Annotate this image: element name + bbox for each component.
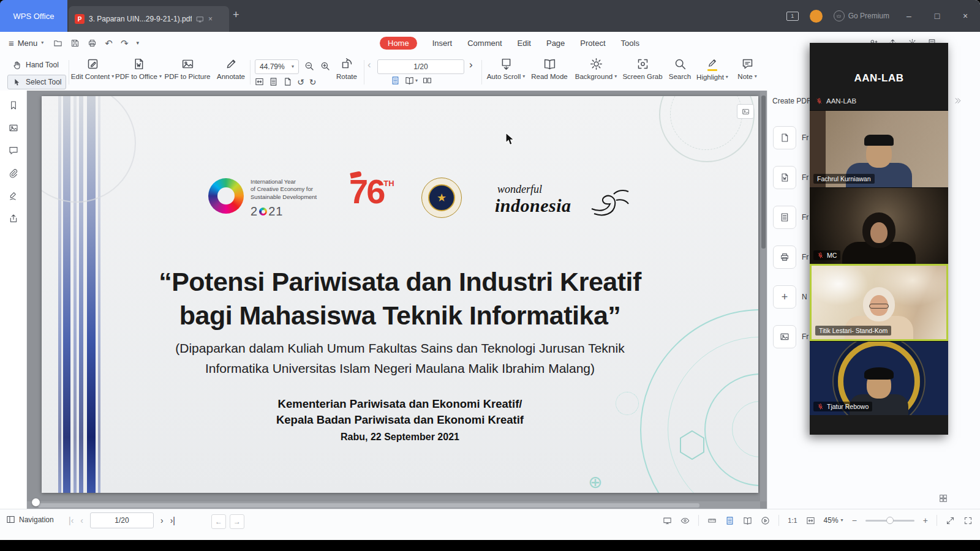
rotate-left-icon[interactable]: ↺	[297, 78, 304, 86]
list-item-label: Fr	[802, 253, 809, 261]
maximize-button[interactable]: □	[929, 12, 946, 20]
tab-insert[interactable]: Insert	[432, 39, 453, 48]
tab-page[interactable]: Page	[546, 39, 565, 48]
expand-icon[interactable]	[946, 516, 955, 525]
two-page-view-icon[interactable]	[743, 516, 752, 525]
export-panel-icon[interactable]	[9, 214, 18, 223]
redo-icon[interactable]: ↷	[121, 39, 129, 48]
iycesd-logo: International Year of Creative Economy f…	[208, 178, 317, 219]
tab-protect[interactable]: Protect	[580, 39, 605, 48]
attachments-panel-icon[interactable]	[9, 168, 18, 178]
rotate-button[interactable]: Rotate	[331, 58, 363, 80]
zoom-level-select[interactable]: 45% ▾	[824, 516, 843, 525]
zoom-out-button[interactable]: −	[852, 516, 857, 525]
single-page-view-icon[interactable]	[391, 76, 400, 85]
slideshow-play-icon[interactable]	[761, 516, 770, 525]
next-page-button[interactable]: ›	[160, 516, 164, 525]
navigation-button[interactable]: Navigation	[6, 515, 54, 524]
page-number-input[interactable]: 1/20	[90, 512, 154, 528]
participant-video[interactable]: MC	[810, 187, 948, 264]
go-premium-button[interactable]: Go Premium	[834, 10, 889, 21]
tab-home[interactable]: Home	[380, 37, 417, 50]
tab-comment[interactable]: Comment	[467, 39, 502, 48]
actual-size-icon[interactable]	[255, 77, 264, 86]
fit-page-icon[interactable]	[269, 77, 278, 86]
annotate-button[interactable]: Annotate	[213, 58, 249, 80]
auto-scroll-button[interactable]: Auto Scroll▾	[485, 58, 527, 80]
measure-ruler-icon[interactable]	[707, 516, 717, 525]
bookmarks-panel-icon[interactable]	[9, 100, 18, 110]
zoom-in-icon[interactable]	[320, 61, 331, 72]
close-tab-icon[interactable]: ×	[208, 15, 213, 23]
two-page-view-button[interactable]: ▾	[405, 76, 418, 85]
zoom-slider[interactable]	[865, 520, 914, 522]
highlight-button[interactable]: Highlight▾	[693, 58, 731, 81]
hand-tool-button[interactable]: Hand Tool	[7, 58, 66, 72]
print-icon[interactable]	[88, 39, 97, 48]
customize-toolbar-icon[interactable]: ▾	[136, 40, 139, 46]
first-page-button[interactable]: |‹	[69, 516, 74, 525]
reading-layout-icon[interactable]	[663, 516, 672, 525]
continuous-view-icon[interactable]	[423, 76, 432, 85]
wps-home-tab[interactable]: WPS Office	[0, 0, 67, 32]
fit-width-icon[interactable]	[806, 516, 815, 525]
comments-panel-icon[interactable]	[9, 146, 18, 156]
screen-grab-button[interactable]: Screen Grab	[620, 58, 665, 80]
fullscreen-icon[interactable]	[963, 516, 973, 525]
close-window-button[interactable]: ×	[957, 12, 974, 20]
menu-button[interactable]: ≡ Menu ▾	[9, 39, 43, 48]
minimize-button[interactable]: –	[900, 12, 918, 20]
rotate-right-icon[interactable]: ↻	[309, 78, 317, 86]
scrollbar-thumb[interactable]	[38, 503, 699, 508]
vertical-scrollbar[interactable]	[760, 91, 767, 501]
signature-panel-icon[interactable]	[9, 191, 18, 201]
zoom-meeting-panel[interactable]: AAN-LAB AAN-LAB Fachrul Kurniawan MC Tit…	[810, 43, 948, 435]
participant-video[interactable]: Fachrul Kurniawan	[810, 110, 948, 187]
background-button[interactable]: Background▾	[573, 58, 619, 80]
tab-tools[interactable]: Tools	[621, 39, 639, 48]
previous-page-button[interactable]: ‹	[80, 516, 83, 525]
pdf-to-office-button[interactable]: PDF to Office▾	[115, 58, 162, 80]
pdf-viewport[interactable]: ⊕ International Year of Creative Economy…	[27, 91, 767, 509]
document-tab[interactable]: P 3. Paparan UIN...29-9-21-1).pdf ×	[69, 6, 229, 32]
participant-video[interactable]: Tjatur Rebowo	[810, 341, 948, 415]
last-page-button[interactable]: ›|	[170, 516, 175, 525]
actual-size-button[interactable]: 1:1	[788, 517, 797, 524]
zoom-out-icon[interactable]	[304, 61, 315, 72]
new-tab-button[interactable]: +	[233, 9, 239, 20]
forward-view-button[interactable]: →	[230, 514, 244, 529]
search-icon	[674, 58, 687, 70]
preview-eye-icon[interactable]	[680, 516, 690, 525]
open-file-icon[interactable]	[53, 39, 62, 48]
note-button[interactable]: Note▾	[733, 58, 762, 80]
account-avatar[interactable]	[810, 10, 823, 23]
note-icon	[741, 58, 754, 70]
save-icon[interactable]	[70, 39, 80, 48]
previous-page-icon[interactable]: ‹	[368, 59, 371, 70]
read-mode-button[interactable]: Read Mode	[528, 58, 571, 80]
select-tool-button[interactable]: Select Tool	[7, 75, 66, 89]
page-indicator-input[interactable]: 1/20	[377, 59, 464, 74]
page-image-tool-button[interactable]	[737, 104, 754, 119]
next-page-icon[interactable]: ›	[469, 59, 473, 70]
participant-video-active-speaker[interactable]: Titik Lestari- Stand-Kom	[810, 264, 948, 341]
grid-view-icon[interactable]	[938, 493, 948, 503]
list-item-label: N	[802, 293, 807, 301]
zoom-level-select[interactable]: 44.79% ▾	[255, 59, 299, 74]
plus-icon: +	[782, 291, 788, 302]
kemenparekraf-emblem: ★	[421, 178, 462, 218]
boards-icon[interactable]: 1	[786, 12, 799, 21]
fit-width-icon[interactable]	[283, 77, 292, 86]
scrollbar-thumb[interactable]	[761, 96, 766, 249]
thumbnails-panel-icon[interactable]	[9, 123, 18, 133]
pdf-to-picture-button[interactable]: PDF to Picture	[163, 58, 212, 80]
zoom-in-button[interactable]: +	[923, 516, 928, 525]
undo-icon[interactable]: ↶	[105, 39, 113, 48]
edit-content-button[interactable]: Edit Content▾	[72, 58, 113, 80]
tab-edit[interactable]: Edit	[518, 39, 531, 48]
search-button[interactable]: Search	[665, 58, 695, 80]
single-page-view-icon[interactable]	[725, 516, 734, 525]
collapse-panel-icon[interactable]	[954, 97, 962, 105]
back-view-button[interactable]: ←	[211, 514, 226, 529]
zoom-slider-thumb[interactable]	[886, 517, 894, 524]
